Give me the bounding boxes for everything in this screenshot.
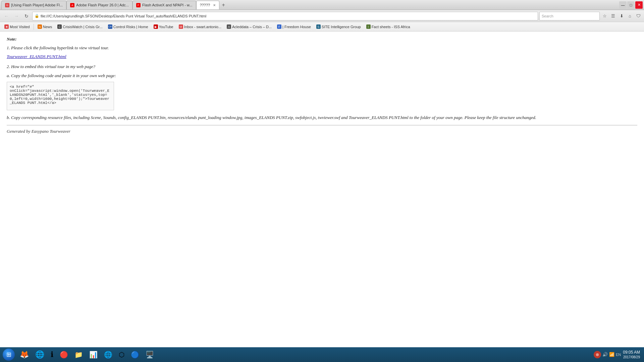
- bookmark-site[interactable]: S SITE Intelligence Group: [315, 24, 363, 29]
- start-orb-icon: ⊞: [3, 349, 15, 361]
- news-favicon: N: [38, 24, 42, 29]
- step-a-text: a. Copy the following code and paste it …: [7, 72, 637, 79]
- step1-text: 1. Please click the following hyperlink …: [7, 45, 637, 51]
- bookmark-freedom[interactable]: F | Freedom House: [275, 24, 313, 29]
- taskbar-firefox[interactable]: 🦊: [17, 349, 32, 361]
- address-bar[interactable]: 🔒 file:///C:/Users/agrundlingh.SFSON/Des…: [32, 12, 538, 20]
- tray-volume-icon[interactable]: 📶: [609, 352, 614, 357]
- tab-1-favicon: G: [5, 3, 9, 7]
- clock-time: 09:05 AM: [623, 350, 640, 355]
- tab-4-close[interactable]: ✕: [213, 3, 216, 7]
- controlrisks-favicon: CR: [108, 24, 112, 29]
- shield-icon[interactable]: 🛡: [635, 12, 642, 20]
- generated-text: Generated by Easypano Tourweaver: [7, 129, 637, 134]
- minimize-button[interactable]: —: [619, 1, 627, 9]
- tray-antivirus-icon[interactable]: ⊗: [594, 351, 601, 358]
- inbox-label: Inbox - swart.antonio...: [184, 25, 221, 29]
- refresh-button[interactable]: ↻: [22, 12, 31, 20]
- taskbar-flash[interactable]: 🔴: [57, 349, 71, 361]
- crisiswatch-label: CrisisWatch | Crisis Gr...: [63, 25, 103, 29]
- freedom-label: | Freedom House: [282, 25, 311, 29]
- controlrisks-label: Control Risks | Home: [113, 25, 148, 29]
- acled-favicon: A: [227, 24, 231, 29]
- tab-2-label: Adobe Flash Player 26.0 | Adc...: [76, 3, 129, 7]
- code-block[interactable]: <a href="#" onClick="javascript:window.o…: [7, 82, 114, 110]
- tab-3[interactable]: F Flash ActiveX and NPAPI - w...: [132, 1, 196, 9]
- window-controls: — □ ✕: [619, 1, 643, 9]
- factsheets-favicon: I: [366, 24, 371, 29]
- window-titlebar: G [Using Flash Player] Adobe Fl... A Ado…: [0, 0, 644, 10]
- step-b-text: b. Copy corresponding resource files, in…: [7, 114, 637, 121]
- forward-button[interactable]: →: [12, 12, 21, 20]
- most-visited-label: Most Visited: [10, 25, 30, 29]
- tour-link[interactable]: Tourweaver_ELANDS PUNT.html: [7, 54, 637, 59]
- bookmark-separator-1: [34, 24, 34, 30]
- taskbar: ⊞ 🦊 🌐 ℹ 🔴 📁 📊 🌐 ⬡ 🔵 🖥️ ⊗ 🔊 📶 EN 09:05 AM…: [0, 347, 644, 362]
- site-favicon: S: [316, 24, 321, 29]
- taskbar-browser2[interactable]: 🌐: [101, 349, 115, 361]
- tray-network-icon[interactable]: 🔊: [602, 352, 608, 357]
- most-visited-favicon: ★: [4, 24, 9, 29]
- close-button[interactable]: ✕: [635, 1, 643, 9]
- tab-4[interactable]: ????? ✕: [196, 1, 220, 9]
- page-content: Note: 1. Please click the following hype…: [0, 32, 644, 347]
- download-icon[interactable]: ⬇: [618, 12, 625, 20]
- nav-right-icons: ☆ ☰ ⬇ ⌂ 🛡: [601, 12, 642, 20]
- address-lock-icon: 🔒: [35, 14, 39, 18]
- clock-date: 2017/08/29: [623, 355, 640, 360]
- taskbar-spreadsheet[interactable]: 📊: [87, 349, 100, 361]
- address-text: file:///C:/Users/agrundlingh.SFSON/Deskt…: [41, 14, 206, 18]
- reading-list-icon[interactable]: ☰: [609, 12, 617, 20]
- bookmark-news[interactable]: N News: [36, 24, 54, 29]
- taskbar-app9[interactable]: 🖥️: [143, 349, 157, 361]
- inbox-favicon: M: [179, 24, 183, 29]
- search-placeholder: Search: [542, 14, 553, 18]
- navigation-bar: ← → ↻ 🔒 file:///C:/Users/agrundlingh.SFS…: [0, 10, 644, 22]
- youtube-favicon: ▶: [154, 24, 158, 29]
- bookmarks-bar: ★ Most Visited N News C CrisisWatch | Cr…: [0, 22, 644, 32]
- home-icon[interactable]: ⌂: [626, 12, 634, 20]
- youtube-label: YouTube: [159, 25, 173, 29]
- taskbar-ie[interactable]: ℹ: [48, 349, 56, 361]
- tab-3-label: Flash ActiveX and NPAPI - w...: [142, 3, 193, 7]
- acled-label: Acleddata – Crisis – D...: [232, 25, 272, 29]
- tab-1[interactable]: G [Using Flash Player] Adobe Fl...: [1, 1, 66, 9]
- tab-2[interactable]: A Adobe Flash Player 26.0 | Adc...: [66, 1, 132, 9]
- system-tray: ⊗ 🔊 📶 EN: [594, 351, 621, 358]
- crisiswatch-favicon: C: [57, 24, 62, 29]
- tab-1-label: [Using Flash Player] Adobe Fl...: [11, 3, 63, 7]
- taskbar-app8[interactable]: 🔵: [128, 349, 142, 361]
- bookmark-inbox[interactable]: M Inbox - swart.antonio...: [177, 24, 223, 29]
- maximize-button[interactable]: □: [627, 1, 635, 9]
- new-tab-button[interactable]: +: [219, 1, 227, 9]
- search-box[interactable]: Search: [539, 12, 600, 20]
- freedom-favicon: F: [277, 24, 281, 29]
- bookmark-acled[interactable]: A Acleddata – Crisis – D...: [225, 24, 273, 29]
- bookmark-controlrisks[interactable]: CR Control Risks | Home: [106, 24, 150, 29]
- note-label: Note:: [7, 37, 637, 42]
- taskbar-right: ⊗ 🔊 📶 EN 09:05 AM 2017/08/29: [594, 350, 643, 360]
- bookmark-factsheets[interactable]: I Fact sheets - ISS Africa: [365, 24, 412, 29]
- bookmark-crisiswatch[interactable]: C CrisisWatch | Crisis Gr...: [56, 24, 104, 29]
- bookmark-star-icon[interactable]: ☆: [601, 12, 608, 20]
- step2-text: 2. How to embed this virtual tour in my …: [7, 63, 637, 70]
- taskbar-chrome[interactable]: 🌐: [33, 349, 47, 361]
- tab-4-label: ?????: [200, 3, 210, 7]
- tray-lang-icon[interactable]: EN: [616, 353, 621, 357]
- tab-3-favicon: F: [136, 3, 141, 7]
- tab-2-favicon: A: [70, 3, 74, 7]
- news-label: News: [43, 25, 52, 29]
- taskbar-files[interactable]: 📁: [72, 349, 86, 361]
- taskbar-app7[interactable]: ⬡: [116, 349, 127, 361]
- back-button[interactable]: ←: [2, 12, 11, 20]
- site-label: SITE Intelligence Group: [322, 25, 361, 29]
- tab-bar: G [Using Flash Player] Adobe Fl... A Ado…: [1, 1, 619, 9]
- taskbar-clock[interactable]: 09:05 AM 2017/08/29: [623, 350, 640, 360]
- factsheets-label: Fact sheets - ISS Africa: [372, 25, 410, 29]
- horizontal-divider: [7, 125, 637, 125]
- start-button[interactable]: ⊞: [1, 348, 16, 361]
- bookmark-most-visited[interactable]: ★ Most Visited: [3, 24, 32, 29]
- bookmark-youtube[interactable]: ▶ YouTube: [152, 24, 175, 29]
